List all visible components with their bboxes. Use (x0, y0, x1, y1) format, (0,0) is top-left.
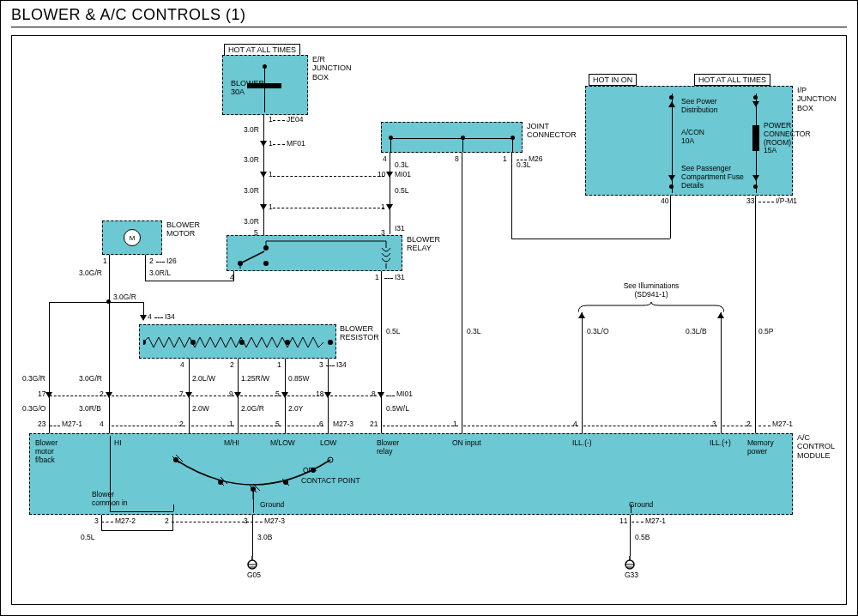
ip-acon-label: A/CON 10A (681, 129, 704, 146)
w-03L-c: 0.3L (517, 161, 531, 170)
diagram-frame: HOT AT ALL TIMES E/R JUNCTION BOX BLOWER… (11, 35, 847, 605)
pin-i34-2: 2 (230, 361, 234, 370)
w-20Y: 2.0Y (288, 405, 304, 414)
mod-ground-b: Ground (629, 501, 653, 510)
blower-resistor-box (139, 324, 336, 359)
pin-4b: 4 (573, 420, 577, 429)
conn-je04: JE04 (287, 116, 303, 124)
conn-m27-1-a: M27-1 (62, 420, 82, 429)
ground-icon-g33 (623, 556, 637, 570)
pin-5b: 5 (275, 420, 280, 429)
pin-i31-1b: 1 (381, 203, 385, 212)
w-30RB: 3.0R/B (79, 405, 101, 414)
pin-mi01-10: 10 (378, 171, 385, 179)
pin-m26-4: 4 (383, 155, 387, 164)
w-30R-d: 3.0R (244, 218, 259, 226)
w-03GO: 0.3G/O (22, 405, 45, 414)
pin-i26-2: 2 (149, 257, 154, 266)
blower-fuse-label: BLOWER 30A (231, 79, 264, 97)
w-03L-b: 0.3L (467, 328, 481, 336)
pin-m26-8: 8 (455, 155, 459, 164)
pin-i34-3: 3 (319, 361, 323, 370)
conn-mi01-c: MI01 (396, 390, 413, 399)
see-passenger: See Passenger Compartment Fuse Details (681, 165, 744, 190)
pin-2c: 2 (746, 420, 751, 429)
pin-8a: 8 (372, 390, 376, 399)
pin-5a: 5 (275, 390, 280, 399)
ip-junction-box-label: I/P JUNCTION BOX (797, 86, 837, 112)
conn-m27-2: M27-2 (115, 517, 136, 526)
see-illuminations: See Illuminations (SD941-1) (595, 282, 707, 299)
pin-ip-40: 40 (661, 197, 668, 206)
mod-ground-a: Ground (260, 501, 284, 510)
motor-icon: M (124, 229, 141, 246)
pin-4a: 4 (100, 420, 104, 429)
w-085W: 0.85W (288, 375, 310, 383)
w-30R-b: 3.0R (244, 156, 259, 165)
conn-i26: I26 (166, 257, 177, 266)
conn-m27-1-c: M27-1 (645, 517, 666, 526)
pin-i34-1: 1 (277, 361, 281, 370)
mod-memory-power: Memory power (747, 439, 774, 456)
w-30B: 3.0B (257, 534, 273, 542)
svg-line-5 (240, 251, 264, 263)
ground-icon-g05 (245, 556, 259, 570)
pin-1d: 1 (229, 420, 233, 429)
title-divider (11, 27, 847, 27)
mod-low: LOW (320, 439, 336, 448)
pin-7: 7 (179, 390, 184, 399)
pin-23: 23 (38, 420, 45, 429)
svg-rect-1 (752, 125, 759, 151)
pin-mi01-1: 1 (269, 171, 273, 179)
pin-18: 18 (316, 390, 323, 399)
w-30R-a: 3.0R (244, 126, 259, 135)
w-125RW: 1.25R/W (241, 375, 269, 383)
pin-i31-1c: 1 (375, 274, 379, 282)
conn-m27-3-a: M27-3 (333, 420, 353, 429)
conn-m27-3-b: M27-3 (264, 517, 285, 526)
pin-2a: 2 (100, 390, 104, 399)
blower-relay-label: BLOWER RELAY (407, 235, 440, 253)
pin-ip-33: 33 (746, 197, 754, 206)
w-30RL: 3.0R/L (149, 269, 171, 278)
pin-3a: 3 (712, 420, 716, 429)
svg-point-13 (239, 340, 245, 345)
hot-at-all-times-label-2: HOT AT ALL TIMES (694, 74, 770, 86)
w-20LW: 2.0L/W (192, 375, 215, 383)
pin-i26-1: 1 (103, 257, 107, 266)
svg-point-4 (263, 261, 269, 266)
conn-ip-m1: I/P-M1 (776, 197, 797, 206)
page-title: BLOWER & A/C CONTROLS (1) (11, 6, 246, 24)
pin-i34-4: 4 (148, 313, 152, 322)
svg-point-15 (328, 340, 333, 345)
hot-in-on-label: HOT IN ON (589, 74, 637, 86)
joint-connector-box (381, 122, 523, 153)
mod-mhi: M/HI (224, 439, 239, 448)
conn-i31-b: I31 (395, 274, 405, 282)
w-03LB: 0.3L/B (686, 328, 707, 336)
pin-2b: 2 (179, 420, 184, 429)
conn-m27-1-b: M27-1 (772, 420, 793, 429)
pin-11: 11 (619, 517, 627, 526)
ground-g33: G33 (625, 571, 638, 580)
pin-17: 17 (38, 390, 45, 399)
conn-i34-b: I34 (336, 361, 347, 370)
w-30GR-a: 3.0G/R (79, 269, 102, 278)
w-30R-c: 3.0R (244, 187, 259, 196)
w-03L-a: 0.3L (395, 161, 409, 170)
conn-mi01-b: MI01 (395, 171, 411, 179)
er-junction-box-label: E/R JUNCTION BOX (312, 55, 352, 82)
pin-m26-1: 1 (503, 155, 507, 164)
pin-9: 9 (229, 390, 233, 399)
mod-ill-plus: ILL.(+) (710, 439, 731, 448)
w-20GR: 2.0G/R (241, 405, 264, 414)
ac-control-module-box: Blower motor f/back HI M/HI M/LOW LOW Bl… (29, 433, 793, 515)
pin-21: 21 (370, 420, 378, 429)
w-05WL: 0.5W/L (386, 405, 409, 414)
pin-3b: 3 (94, 517, 99, 526)
conn-i34: I34 (165, 313, 175, 322)
w-03LO: 0.3L/O (587, 328, 609, 336)
blower-motor-label: BLOWER MOTOR (166, 220, 200, 239)
w-05L-a: 0.5L (395, 187, 409, 196)
mod-hi: HI (114, 439, 122, 448)
